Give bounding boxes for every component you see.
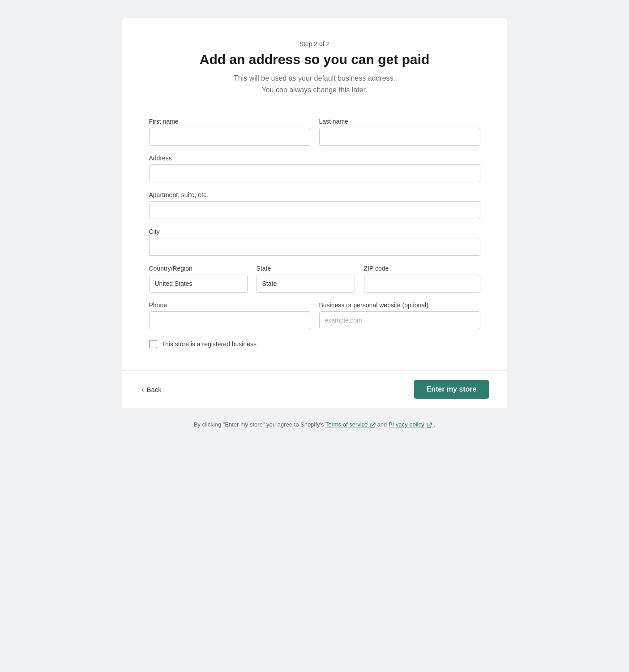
zip-label: ZIP code <box>364 265 480 272</box>
city-group: City <box>149 228 480 256</box>
first-name-group: First name <box>149 118 310 146</box>
state-group: State State Alabama Alaska Arizona Calif… <box>257 265 355 293</box>
country-label: Country/Region <box>149 265 248 272</box>
subtitle-line1: This will be used as your default busine… <box>234 74 395 82</box>
footer-bar: ‹ Back Enter my store <box>122 370 507 408</box>
external-link-icon-2 <box>427 422 432 428</box>
back-button[interactable]: ‹ Back <box>140 382 163 397</box>
country-select[interactable]: United States Canada United Kingdom <box>149 275 248 293</box>
external-link-icon <box>370 422 376 428</box>
step-label: Step 2 of 2 <box>149 40 480 47</box>
legal-prefix: By clicking "Enter my store" you agree t… <box>194 421 324 428</box>
registered-business-label[interactable]: This store is a registered business <box>162 340 257 348</box>
country-state-zip-row: Country/Region United States Canada Unit… <box>149 265 480 293</box>
enter-store-button[interactable]: Enter my store <box>414 380 489 399</box>
last-name-group: Last name <box>319 118 480 146</box>
address-form: First name Last name Address Apartment, <box>149 118 480 348</box>
last-name-input[interactable] <box>319 128 480 146</box>
state-select[interactable]: State Alabama Alaska Arizona California … <box>257 275 355 293</box>
privacy-label: Privacy policy <box>389 421 424 428</box>
first-name-label: First name <box>149 118 310 125</box>
back-label: Back <box>147 386 162 393</box>
privacy-link[interactable]: Privacy policy <box>389 421 434 428</box>
terms-link[interactable]: Terms of service <box>325 421 377 428</box>
page-title: Add an address so you can get paid <box>149 52 480 67</box>
apartment-group: Apartment, suite, etc. <box>149 191 480 219</box>
apartment-label: Apartment, suite, etc. <box>149 191 480 198</box>
phone-label: Phone <box>149 302 310 309</box>
legal-footer: By clicking "Enter my store" you agree t… <box>185 421 445 428</box>
subtitle-line2: You can always change this later. <box>261 86 367 94</box>
address-label: Address <box>149 155 480 162</box>
state-label: State <box>257 265 355 272</box>
address-row: Address <box>149 155 480 182</box>
phone-website-row: Phone Business or personal website (opti… <box>149 302 480 329</box>
phone-group: Phone <box>149 302 310 329</box>
website-input[interactable] <box>319 311 480 329</box>
legal-and: and <box>377 421 387 428</box>
city-row: City <box>149 228 480 256</box>
address-group: Address <box>149 155 480 182</box>
legal-suffix: . <box>434 421 436 428</box>
phone-input[interactable] <box>149 311 310 329</box>
back-chevron-icon: ‹ <box>142 386 144 393</box>
address-input[interactable] <box>149 164 480 182</box>
country-group: Country/Region United States Canada Unit… <box>149 265 248 293</box>
registered-business-row: This store is a registered business <box>149 340 480 348</box>
last-name-label: Last name <box>319 118 480 125</box>
website-label: Business or personal website (optional) <box>319 302 480 309</box>
main-card: Step 2 of 2 Add an address so you can ge… <box>122 18 507 370</box>
website-group: Business or personal website (optional) <box>319 302 480 329</box>
registered-business-checkbox[interactable] <box>149 340 157 348</box>
zip-group: ZIP code <box>364 265 480 293</box>
first-name-input[interactable] <box>149 128 310 146</box>
zip-input[interactable] <box>364 275 480 293</box>
apartment-input[interactable] <box>149 201 480 219</box>
terms-label: Terms of service <box>325 421 368 428</box>
name-row: First name Last name <box>149 118 480 146</box>
apartment-row: Apartment, suite, etc. <box>149 191 480 219</box>
page-subtitle: This will be used as your default busine… <box>149 73 480 95</box>
city-input[interactable] <box>149 238 480 256</box>
city-label: City <box>149 228 480 235</box>
